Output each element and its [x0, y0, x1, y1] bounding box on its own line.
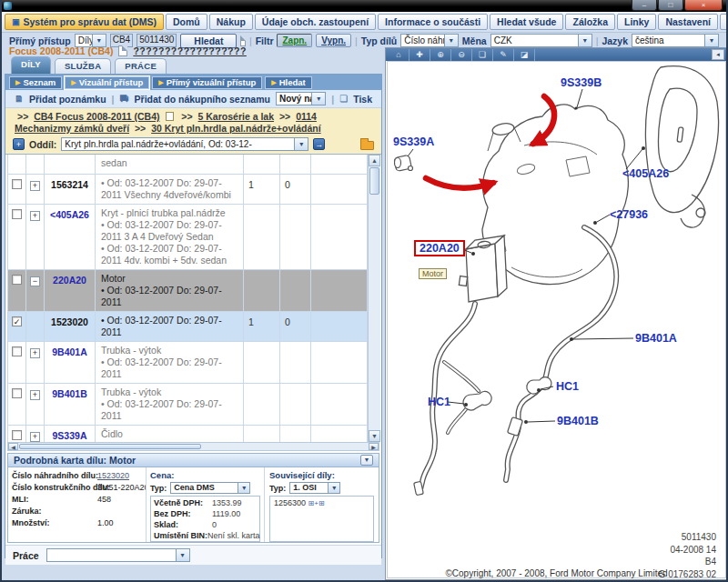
table-vertical-scrollbar[interactable]: ▲ ▼ — [368, 155, 380, 442]
menu-item[interactable]: ▣ Systém pro správu dat (DMS) — [5, 14, 164, 30]
tab[interactable]: SLUŽBA — [55, 58, 111, 74]
expand-toggle-icon[interactable]: + — [30, 348, 40, 358]
scroll-right-button[interactable]: ▶ — [369, 443, 379, 450]
expand-toggle-icon[interactable]: + — [30, 390, 40, 400]
diagram-label-9s339b[interactable]: 9S339B — [561, 76, 602, 89]
table-row[interactable]: sedan — [8, 155, 368, 175]
maximize-button[interactable]: □ — [658, 0, 683, 11]
add-to-cart-link[interactable]: Přidat do nákupního seznamu — [135, 94, 270, 105]
menu-item[interactable]: Informace o součásti — [378, 14, 488, 30]
menu-item[interactable]: Údaje obch. zastoupení — [255, 14, 376, 30]
plate-line: 04-2008 14 — [659, 544, 716, 557]
diagram-label-220a20[interactable]: 220A20 — [414, 240, 465, 256]
part-number-link[interactable] — [45, 155, 96, 174]
row-checkbox[interactable] — [12, 346, 22, 356]
diagram-label-hc1-right[interactable]: HC1 — [556, 380, 579, 393]
diagram-label-27936[interactable]: <27936 — [610, 208, 648, 221]
part-number-link[interactable]: 9B401A — [45, 342, 96, 383]
menu-item-label: Hledat všude — [497, 16, 556, 27]
part-number-link[interactable]: <405A26 — [45, 205, 96, 269]
pan-hand-icon[interactable]: ✚ — [410, 49, 430, 61]
table-row[interactable]: + 1563214 Od: 03-12-2007 Do: 29-07-2011 … — [8, 175, 368, 205]
minimize-button[interactable]: – — [632, 0, 657, 11]
expand-toggle-icon[interactable]: + — [30, 181, 40, 191]
table-row[interactable]: + 9B401B Trubka - výtok Od: 03-12-2007 D… — [8, 384, 368, 426]
breadcrumb-link[interactable]: 30 Kryt pln.hrdla pal.nádrže+ovládání — [151, 123, 320, 134]
row-checkbox[interactable] — [12, 388, 22, 398]
expand-toggle-icon[interactable]: − — [30, 276, 40, 286]
table-row[interactable]: + 9B401A Trubka - výtok Od: 03-12-2007 D… — [8, 342, 368, 384]
print-diagram-icon[interactable]: ❏ — [472, 49, 493, 61]
draw-icon[interactable]: ✎ — [493, 49, 514, 61]
currency-select[interactable]: CZK — [490, 34, 592, 47]
table-row[interactable]: ✓ 1523020 Od: 03-12-2007 Do: 29-07-2011 … — [8, 312, 368, 342]
row-checkbox[interactable] — [12, 179, 22, 189]
menu-item[interactable]: Nastavení — [658, 14, 718, 30]
scroll-left-button[interactable]: ◀ — [8, 443, 18, 450]
table-horizontal-scrollbar[interactable]: ◀ ▶ — [7, 442, 379, 451]
scroll-down-button[interactable]: ▼ — [369, 430, 380, 442]
section-next-button[interactable]: → — [313, 138, 325, 150]
diagram-label-hc1-left[interactable]: HC1 — [428, 396, 450, 408]
close-button[interactable]: × — [684, 0, 723, 11]
expand-toggle-icon[interactable]: + — [30, 211, 40, 221]
section-select[interactable]: Kryt pln.hrdla pal.nádrže+ovládání, Od: … — [61, 137, 308, 151]
part-number-link[interactable]: 9S339A — [45, 426, 96, 442]
add-note-link[interactable]: Přidat poznámku — [29, 94, 106, 105]
zoom-in-icon[interactable]: ⊕ — [430, 49, 451, 61]
part-number-link[interactable]: 9B401B — [45, 384, 96, 425]
subtab[interactable]: ▶ Vizuální přístup — [65, 76, 149, 89]
part-number-link[interactable]: 1563214 — [45, 175, 96, 204]
tab[interactable]: DÍLY — [11, 56, 51, 74]
menu-item[interactable]: Technická podpora — [720, 14, 728, 30]
diagram-label-405a26[interactable]: <405A26 — [622, 167, 669, 180]
row-checkbox[interactable] — [12, 430, 22, 440]
shopping-list-select[interactable]: Nový nákupní seznam — [276, 92, 326, 105]
menu-item[interactable]: Domů — [166, 14, 207, 30]
table-row[interactable]: + 9S339A Čidlo Od: 03-12-2007 Do: 29-07-… — [8, 426, 368, 442]
collapse-panel-button[interactable]: ▼ — [360, 455, 373, 466]
related-part-link[interactable]: 1256300 — [274, 498, 306, 507]
collapse-viewer-button[interactable]: ◂ — [712, 49, 724, 60]
part-number-link[interactable]: 1523020 — [45, 312, 96, 341]
menu-item[interactable]: Hledat všude — [490, 14, 563, 30]
eraser-icon[interactable]: ◪ — [514, 49, 535, 61]
related-type-select[interactable]: 1. OSI — [289, 482, 340, 494]
zoom-out-icon[interactable]: ⊖ — [451, 49, 472, 61]
folder-icon[interactable] — [360, 141, 374, 150]
home-icon[interactable]: ⌂ — [389, 49, 410, 61]
row-checkbox[interactable] — [12, 209, 22, 219]
row-checkbox[interactable] — [12, 275, 22, 285]
section-prev-button[interactable]: + — [13, 138, 25, 150]
scrollbar-thumb[interactable] — [19, 444, 201, 449]
part-number-link[interactable]: 220A20 — [45, 270, 96, 311]
table-row[interactable]: − 220A20 Motor Od: 03-12-2007 Do: 29-07-… — [8, 270, 368, 312]
price-type-select[interactable]: Cena DMS — [170, 482, 250, 494]
table-row[interactable]: + <405A26 Kryt - plnicí trubka pal.nádrž… — [8, 205, 368, 270]
menu-item[interactable]: Záložka — [565, 14, 615, 30]
tree-expand-icons[interactable]: ⊞+⊞ — [308, 499, 325, 507]
breadcrumb-link[interactable]: 5 Karosérie a lak — [198, 111, 274, 122]
breadcrumb-link[interactable]: CB4 Focus 2008-2011 (CB4) — [34, 111, 159, 122]
scroll-up-button[interactable]: ▲ — [369, 155, 380, 166]
scrollbar-thumb[interactable] — [369, 167, 379, 195]
language-select[interactable]: čeština — [632, 34, 719, 47]
diagram-label-9b401b[interactable]: 9B401B — [557, 415, 599, 427]
tab[interactable]: PRÁCE — [115, 58, 167, 74]
work-select[interactable] — [46, 548, 190, 562]
part-description-cell: Od: 03-12-2007 Do: 29-07-2011 — [96, 312, 244, 341]
subtab[interactable]: ▶ Přímý vizuální přístup — [152, 76, 262, 89]
subtab[interactable]: ▶ Seznam — [9, 76, 62, 89]
subtab[interactable]: ▶ Hledat — [265, 76, 311, 89]
diagram-label-9b401a[interactable]: 9B401A — [635, 332, 677, 345]
menu-item[interactable]: Nákup — [209, 14, 253, 30]
print-link[interactable]: Tisk — [353, 94, 372, 105]
row-checkbox[interactable]: ✓ — [12, 316, 22, 326]
diagram-tooltip-motor[interactable]: Motor — [419, 268, 447, 279]
vehicle-note-icon[interactable] — [118, 45, 127, 56]
context-link[interactable]: ?????????????????? — [133, 45, 246, 56]
menu-item[interactable]: Linky — [617, 14, 656, 30]
expand-toggle-icon[interactable]: + — [30, 432, 40, 442]
part-type-select[interactable]: Číslo náhradního dílu — [400, 34, 459, 47]
diagram-label-9s339a[interactable]: 9S339A — [393, 135, 434, 148]
